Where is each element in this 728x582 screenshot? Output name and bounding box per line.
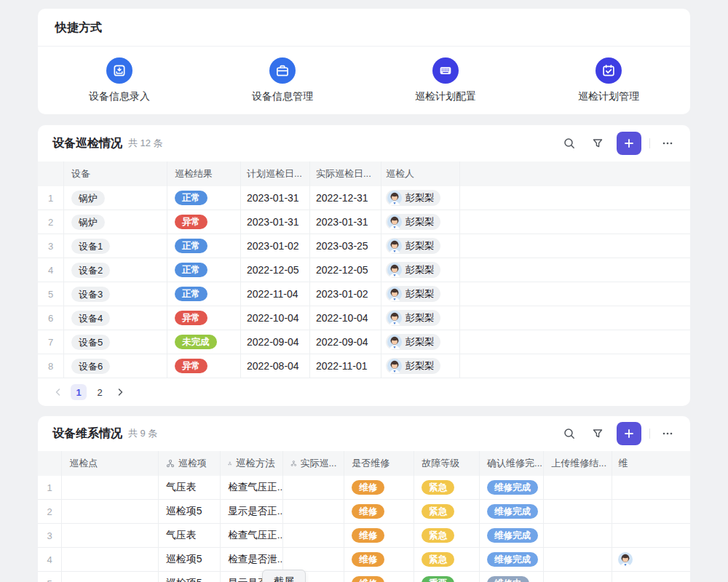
clipped-cell[interactable] bbox=[612, 524, 690, 547]
clipped-cell[interactable] bbox=[612, 548, 690, 571]
actual-cell[interactable] bbox=[283, 476, 345, 499]
actual-date-cell[interactable]: 2022-12-31 bbox=[310, 186, 381, 210]
actual-cell[interactable] bbox=[283, 548, 345, 571]
point-cell[interactable] bbox=[62, 548, 159, 571]
item-cell[interactable]: 巡检项5 bbox=[159, 548, 221, 571]
repair-cell[interactable]: 维修 bbox=[344, 476, 414, 499]
upload-cell[interactable] bbox=[544, 572, 612, 582]
confirm-cell[interactable]: 维修完成 bbox=[480, 476, 544, 499]
item-cell[interactable]: 巡检项5 bbox=[159, 500, 221, 523]
point-cell[interactable] bbox=[62, 524, 159, 547]
result-cell[interactable]: 正常 bbox=[167, 186, 241, 210]
inspector-cell[interactable]: 彭梨梨 bbox=[381, 234, 460, 258]
method-cell[interactable]: 检查是否泄... bbox=[221, 548, 282, 571]
device-cell[interactable]: 锅炉 bbox=[64, 210, 167, 234]
actual-date-cell[interactable]: 2023-01-02 bbox=[310, 282, 381, 306]
actual-date-cell[interactable]: 2022-10-04 bbox=[310, 306, 381, 330]
more-button[interactable] bbox=[658, 424, 677, 443]
upload-cell[interactable] bbox=[544, 524, 612, 547]
actual-date-cell[interactable]: 2022-12-05 bbox=[310, 258, 381, 282]
repair-cell[interactable]: 维修 bbox=[344, 524, 414, 547]
inspector-cell[interactable]: 彭梨梨 bbox=[381, 258, 460, 282]
page-button-1[interactable]: 1 bbox=[71, 384, 87, 400]
method-cell[interactable]: 显示是否正... bbox=[221, 500, 282, 523]
device-cell[interactable]: 设备1 bbox=[64, 234, 167, 258]
lookup-icon bbox=[228, 459, 232, 468]
shortcut-device-entry[interactable]: 设备信息录入 bbox=[38, 47, 201, 113]
search-button[interactable] bbox=[560, 424, 579, 443]
shortcut-plan-management[interactable]: 巡检计划管理 bbox=[527, 47, 690, 113]
planned-date-cell[interactable]: 2023-01-31 bbox=[241, 186, 310, 210]
actual-date-cell[interactable]: 2022-11-01 bbox=[310, 354, 381, 378]
inspector-cell[interactable]: 彭梨梨 bbox=[381, 354, 460, 378]
inspector-cell[interactable]: 彭梨梨 bbox=[381, 210, 460, 234]
actual-cell[interactable] bbox=[283, 500, 345, 523]
repair-cell[interactable]: 维修 bbox=[344, 500, 414, 523]
level-cell[interactable]: 重要 bbox=[414, 572, 480, 582]
method-cell[interactable]: 检查气压正... bbox=[221, 476, 282, 499]
planned-date-cell[interactable]: 2023-01-31 bbox=[241, 210, 310, 234]
result-cell[interactable]: 正常 bbox=[167, 282, 241, 306]
result-cell[interactable]: 正常 bbox=[167, 234, 241, 258]
add-record-button[interactable] bbox=[617, 132, 641, 155]
result-cell[interactable]: 正常 bbox=[167, 258, 241, 282]
shortcut-device-management[interactable]: 设备信息管理 bbox=[201, 47, 364, 113]
device-cell[interactable]: 设备6 bbox=[64, 354, 167, 378]
item-cell[interactable]: 气压表 bbox=[159, 524, 221, 547]
device-cell[interactable]: 设备4 bbox=[64, 306, 167, 330]
item-cell[interactable]: 气压表 bbox=[159, 476, 221, 499]
result-cell[interactable]: 未完成 bbox=[167, 330, 241, 354]
actual-cell[interactable] bbox=[283, 524, 345, 547]
upload-cell[interactable] bbox=[544, 548, 612, 571]
item-cell[interactable]: 巡检项5 bbox=[159, 572, 221, 582]
actual-date-cell[interactable]: 2023-01-31 bbox=[310, 210, 381, 234]
upload-cell[interactable] bbox=[544, 500, 612, 523]
level-cell[interactable]: 紧急 bbox=[414, 500, 480, 523]
level-cell[interactable]: 紧急 bbox=[414, 548, 480, 571]
shortcut-plan-config[interactable]: 巡检计划配置 bbox=[364, 47, 527, 113]
point-cell[interactable] bbox=[62, 500, 159, 523]
clipped-cell[interactable] bbox=[612, 500, 690, 523]
point-cell[interactable] bbox=[62, 572, 159, 582]
confirm-cell[interactable]: 维修完成 bbox=[480, 548, 544, 571]
planned-date-cell[interactable]: 2023-01-02 bbox=[241, 234, 310, 258]
inspector-cell[interactable]: 彭梨梨 bbox=[381, 330, 460, 354]
inspector-cell[interactable]: 彭梨梨 bbox=[381, 186, 460, 210]
inspector-cell[interactable]: 彭梨梨 bbox=[381, 306, 460, 330]
repair-cell[interactable]: 维修 bbox=[344, 572, 414, 582]
previous-page-button[interactable] bbox=[51, 385, 66, 399]
filter-button[interactable] bbox=[588, 134, 607, 153]
planned-date-cell[interactable]: 2022-09-04 bbox=[241, 330, 310, 354]
next-page-button[interactable] bbox=[113, 385, 127, 399]
method-cell[interactable]: 检查气压正... bbox=[221, 524, 282, 547]
confirm-cell[interactable]: 维修完成 bbox=[480, 500, 544, 523]
planned-date-cell[interactable]: 2022-08-04 bbox=[241, 354, 310, 378]
level-cell[interactable]: 紧急 bbox=[414, 524, 480, 547]
actual-date-cell[interactable]: 2022-09-04 bbox=[310, 330, 381, 354]
inspector-cell[interactable]: 彭梨梨 bbox=[381, 282, 460, 306]
confirm-cell[interactable]: 维修中 bbox=[480, 572, 544, 582]
add-record-button[interactable] bbox=[617, 422, 641, 445]
clipped-cell[interactable] bbox=[612, 572, 690, 582]
upload-cell[interactable] bbox=[544, 476, 612, 499]
level-cell[interactable]: 紧急 bbox=[414, 476, 480, 499]
device-cell[interactable]: 设备3 bbox=[64, 282, 167, 306]
result-cell[interactable]: 异常 bbox=[167, 354, 241, 378]
repair-cell[interactable]: 维修 bbox=[344, 548, 414, 571]
more-button[interactable] bbox=[658, 134, 677, 153]
result-cell[interactable]: 异常 bbox=[167, 306, 241, 330]
planned-date-cell[interactable]: 2022-12-05 bbox=[241, 258, 310, 282]
device-cell[interactable]: 设备2 bbox=[64, 258, 167, 282]
planned-date-cell[interactable]: 2022-10-04 bbox=[241, 306, 310, 330]
clipped-cell[interactable] bbox=[612, 476, 690, 499]
filter-button[interactable] bbox=[588, 424, 607, 443]
confirm-cell[interactable]: 维修完成 bbox=[480, 524, 544, 547]
page-button-2[interactable]: 2 bbox=[92, 384, 108, 400]
search-button[interactable] bbox=[560, 134, 579, 153]
device-cell[interactable]: 锅炉 bbox=[64, 186, 167, 210]
result-cell[interactable]: 异常 bbox=[167, 210, 241, 234]
actual-date-cell[interactable]: 2023-03-25 bbox=[310, 234, 381, 258]
planned-date-cell[interactable]: 2022-11-04 bbox=[241, 282, 310, 306]
point-cell[interactable] bbox=[62, 476, 159, 499]
device-cell[interactable]: 设备5 bbox=[64, 330, 167, 354]
